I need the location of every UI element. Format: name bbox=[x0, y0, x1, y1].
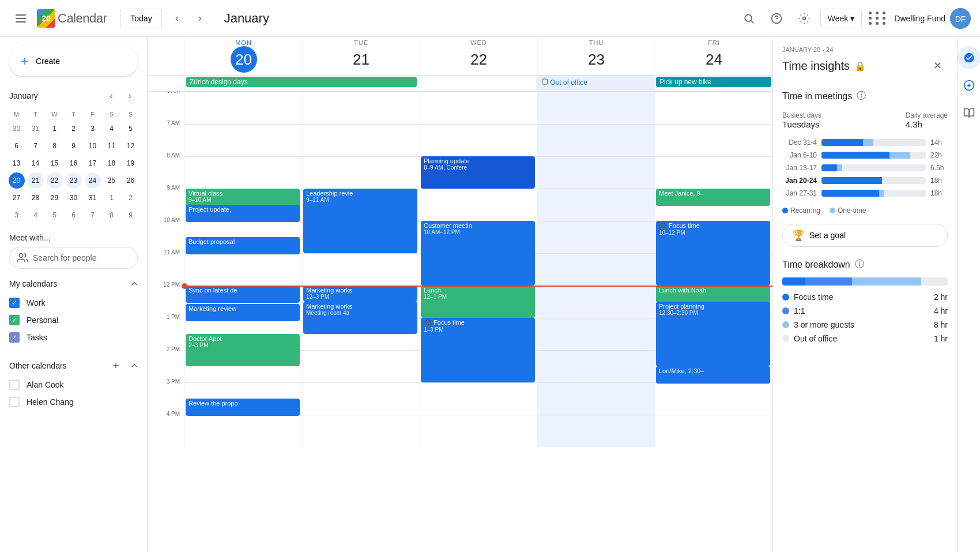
create-button[interactable]: + Create bbox=[9, 46, 138, 76]
mini-cal-day[interactable]: 24 bbox=[85, 172, 101, 189]
mini-cal-day[interactable]: 1 bbox=[104, 190, 120, 206]
other-calendars-toggle[interactable] bbox=[126, 358, 142, 374]
calendar-item-work[interactable]: ✓ Work bbox=[0, 294, 147, 311]
my-calendars-toggle[interactable] bbox=[126, 276, 142, 292]
settings-button[interactable] bbox=[793, 7, 816, 30]
set-goal-button[interactable]: 🏆 Set a goal bbox=[782, 224, 948, 247]
event-block[interactable]: Customer meetin10 AM–12 PM bbox=[421, 221, 535, 286]
mini-cal-day[interactable]: 26 bbox=[123, 172, 139, 189]
allday-event-zurich[interactable]: Zürich design days bbox=[186, 77, 417, 87]
mini-cal-day[interactable]: 31 bbox=[85, 190, 101, 206]
my-calendars-header[interactable]: My calendars bbox=[0, 273, 147, 294]
mini-cal-day[interactable]: 3 bbox=[9, 207, 25, 223]
help-button[interactable] bbox=[765, 7, 788, 30]
event-block[interactable]: Lunch12–1 PM bbox=[421, 286, 535, 318]
mini-cal-day[interactable]: 4 bbox=[28, 207, 44, 223]
tasks-checkbox[interactable]: ✓ bbox=[9, 332, 20, 343]
account-area[interactable]: Dwelling Fund DF bbox=[894, 8, 971, 29]
event-block[interactable]: Marketing works12–3 PM bbox=[303, 286, 417, 302]
close-insights-button[interactable]: ✕ bbox=[927, 55, 948, 76]
mini-cal-day[interactable]: 30 bbox=[66, 190, 82, 206]
mini-cal-day[interactable]: 13 bbox=[9, 155, 25, 171]
event-block[interactable]: Planning update8–9 AM, Confere bbox=[421, 156, 535, 189]
mini-cal-day[interactable]: 3 bbox=[85, 121, 101, 137]
mini-cal-day[interactable]: 2 bbox=[123, 190, 139, 206]
event-block[interactable]: Project planning12:30–2:30 PM bbox=[656, 302, 770, 366]
mini-cal-day[interactable]: 9 bbox=[123, 207, 139, 223]
event-block[interactable]: 🎧 Focus time10–12 PM bbox=[656, 221, 770, 286]
mini-cal-day[interactable]: 2 bbox=[66, 121, 82, 137]
today-button[interactable]: Today bbox=[120, 9, 161, 28]
mini-cal-day[interactable]: 19 bbox=[123, 155, 139, 171]
event-block[interactable]: Doctor Appt2–3 PM bbox=[186, 334, 300, 366]
mini-cal-day[interactable]: 27 bbox=[9, 190, 25, 206]
calendar-item-tasks[interactable]: ✓ Tasks bbox=[0, 329, 147, 346]
view-selector[interactable]: Week ▾ bbox=[820, 9, 862, 28]
mini-cal-day[interactable]: 25 bbox=[104, 172, 120, 189]
mini-cal-day[interactable]: 5 bbox=[123, 121, 139, 137]
event-block[interactable]: Lunch with Noah bbox=[656, 286, 770, 303]
work-checkbox[interactable]: ✓ bbox=[9, 298, 20, 308]
day-header-thu[interactable]: THU 23 bbox=[537, 37, 655, 75]
alan-checkbox[interactable] bbox=[9, 380, 20, 390]
calendar-item-personal[interactable]: ✓ Personal bbox=[0, 311, 147, 329]
mini-cal-day[interactable]: 28 bbox=[28, 190, 44, 206]
event-block[interactable]: Sync on latest de bbox=[186, 286, 300, 303]
event-block[interactable]: Marketing review bbox=[186, 304, 300, 321]
mini-cal-day[interactable]: 31 bbox=[28, 121, 44, 137]
event-block[interactable]: 🎧 Focus time1–3 PM bbox=[421, 318, 535, 382]
day-header-mon[interactable]: MON 20 bbox=[184, 37, 302, 75]
calendar-item-alan[interactable]: Alan Cook bbox=[0, 376, 147, 393]
mini-cal-day[interactable]: 8 bbox=[47, 138, 63, 154]
mini-cal-day[interactable]: 12 bbox=[123, 138, 139, 154]
mini-cal-day[interactable]: 18 bbox=[104, 155, 120, 171]
google-apps-button[interactable] bbox=[866, 7, 889, 30]
mini-cal-day[interactable]: 4 bbox=[104, 121, 120, 137]
mini-cal-day[interactable]: 7 bbox=[85, 207, 101, 223]
event-block[interactable]: Review the propo bbox=[186, 399, 300, 416]
mini-cal-day[interactable]: 5 bbox=[47, 207, 63, 223]
event-block[interactable]: Leadership revie9–11 AM bbox=[303, 189, 417, 253]
helen-checkbox[interactable] bbox=[9, 397, 20, 407]
add-other-calendar-button[interactable]: + bbox=[108, 358, 124, 374]
mini-cal-day[interactable]: 8 bbox=[104, 207, 120, 223]
allday-event-bike[interactable]: Pick up new bike bbox=[656, 77, 771, 87]
allday-event-ooo[interactable]: Out of office bbox=[538, 77, 653, 88]
mini-cal-day[interactable]: 10 bbox=[85, 138, 101, 154]
day-header-tue[interactable]: TUE 21 bbox=[302, 37, 420, 75]
hamburger-button[interactable] bbox=[9, 7, 32, 30]
mini-cal-day[interactable]: 9 bbox=[66, 138, 82, 154]
next-period-button[interactable]: › bbox=[190, 8, 210, 29]
event-block[interactable]: Lori/Mike, 2:30– bbox=[656, 366, 770, 384]
mini-cal-day[interactable]: 30 bbox=[9, 121, 25, 137]
mini-cal-day[interactable]: 22 bbox=[47, 172, 63, 189]
mini-cal-day[interactable]: 21 bbox=[28, 172, 44, 189]
mini-cal-day[interactable]: 15 bbox=[47, 155, 63, 171]
people-search-field[interactable]: Search for people bbox=[9, 247, 138, 269]
event-block[interactable]: Project update, bbox=[186, 205, 300, 222]
calendar-item-helen[interactable]: Helen Chang bbox=[0, 393, 147, 411]
search-button[interactable] bbox=[737, 7, 760, 30]
mini-cal-prev[interactable]: ‹ bbox=[103, 88, 119, 104]
mini-cal-day[interactable]: 16 bbox=[66, 155, 82, 171]
side-icon-book[interactable] bbox=[958, 102, 981, 125]
prev-period-button[interactable]: ‹ bbox=[167, 8, 187, 29]
event-block[interactable]: Marketing worksMeeting room 4a bbox=[303, 302, 417, 334]
mini-cal-today[interactable]: 20 bbox=[9, 172, 25, 189]
mini-cal-day[interactable]: 23 bbox=[66, 172, 82, 189]
side-icon-2[interactable] bbox=[958, 74, 981, 97]
mini-cal-day[interactable]: 6 bbox=[66, 207, 82, 223]
day-header-fri[interactable]: FRI 24 bbox=[655, 37, 772, 75]
mini-cal-day[interactable]: 6 bbox=[9, 138, 25, 154]
event-block[interactable]: Meet Janice, 9– bbox=[656, 189, 770, 206]
personal-checkbox[interactable]: ✓ bbox=[9, 315, 20, 325]
mini-cal-next[interactable]: › bbox=[122, 88, 138, 104]
mini-cal-day[interactable]: 14 bbox=[28, 155, 44, 171]
mini-cal-day[interactable]: 7 bbox=[28, 138, 44, 154]
mini-cal-day[interactable]: 1 bbox=[47, 121, 63, 137]
mini-cal-day[interactable]: 29 bbox=[47, 190, 63, 206]
day-header-wed[interactable]: WED 22 bbox=[420, 37, 537, 75]
mini-cal-day[interactable]: 17 bbox=[85, 155, 101, 171]
mini-cal-day[interactable]: 11 bbox=[104, 138, 120, 154]
side-icon-1[interactable] bbox=[958, 46, 981, 69]
